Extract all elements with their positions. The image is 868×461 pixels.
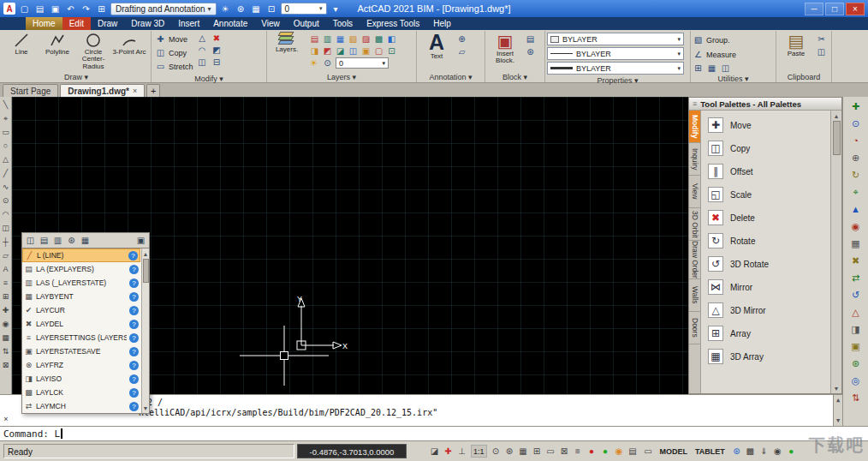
help-icon[interactable]: ? (129, 292, 139, 302)
palette-item-3d-array[interactable]: ▦3D Array (703, 345, 829, 368)
erase-icon[interactable]: ✖ (211, 33, 223, 44)
left-toolbar-icon[interactable]: ◫ (1, 222, 11, 234)
palette-item-3d-mirror[interactable]: △3D Mirror (703, 299, 829, 321)
suggestion-layersettings[interactable]: ≡LAYERSETTINGS (LAYERSTATE)? (22, 331, 140, 344)
app-logo-icon[interactable]: A (3, 3, 15, 15)
palette-item-delete[interactable]: ✖Delete (703, 207, 829, 229)
mirror-icon[interactable]: △ (197, 33, 208, 44)
palette-tab-inquiry[interactable]: Inquiry (689, 143, 700, 176)
popup-toolbar-icon[interactable]: ◫ (25, 235, 36, 246)
annotation-scale-button[interactable]: 1:1 (471, 445, 487, 458)
lock-icon[interactable]: ▩ (744, 445, 757, 458)
undo-icon[interactable]: ↶ (64, 3, 77, 15)
green-dot-icon[interactable]: ● (599, 445, 612, 458)
panel-label-block[interactable]: Block ▾ (487, 72, 543, 82)
linetype-dropdown[interactable]: BYLAYER▾ (547, 47, 684, 60)
panel-label-utilities[interactable]: Utilities ▾ (693, 74, 774, 84)
right-toolbar-icon[interactable]: ↺ (852, 288, 859, 302)
open-file-icon[interactable]: ▤ (33, 3, 46, 15)
grid-toggle-icon[interactable]: ▦ (517, 445, 530, 458)
red-dot-icon[interactable]: ● (586, 445, 598, 458)
palette-item-mirror[interactable]: ⋈Mirror (703, 276, 829, 298)
text-tool-button[interactable]: A Text (419, 32, 455, 72)
palette-tab-3d-orbit[interactable]: 3D Orbit (689, 208, 700, 241)
point-style-icon[interactable]: ◫ (720, 63, 731, 74)
scroll-down-icon[interactable]: ▼ (834, 383, 840, 393)
attributes-icon[interactable]: ⊛ (525, 46, 536, 57)
palette-scrollbar[interactable]: ▲ ▼ (830, 111, 841, 393)
tab-express-tools[interactable]: Express Tools (360, 17, 426, 30)
scroll-up-icon[interactable]: ▲ (834, 111, 840, 121)
command-input[interactable]: Command: L (0, 426, 868, 441)
minimize-button[interactable]: ─ (805, 3, 823, 15)
gear-icon[interactable]: ⊛ (235, 3, 247, 15)
lwt-icon[interactable]: ▭ (544, 445, 557, 458)
close-command-window-icon[interactable]: × (2, 415, 10, 423)
tool-palettes-title-bar[interactable]: ≡ Tool Palettes - All Palettes (689, 98, 841, 111)
palette-tab-walls[interactable]: Walls (689, 279, 700, 312)
layer-tool-icon[interactable]: ◩ (321, 45, 334, 57)
suggestion-layerstatesave[interactable]: ▣LAYERSTATESAVE? (22, 344, 140, 358)
layer-tool-icon[interactable]: ▣ (360, 45, 372, 57)
palette-item-rotate[interactable]: ↻Rotate (703, 230, 829, 252)
panel-label-layers[interactable]: Layers ▾ (269, 72, 414, 82)
right-toolbar-icon[interactable]: ⊙ (852, 117, 859, 130)
help-icon[interactable]: ? (129, 278, 139, 288)
layer-tool-icon[interactable]: ▤ (308, 33, 321, 45)
left-toolbar-icon[interactable]: ✚ (1, 304, 11, 316)
right-toolbar-icon[interactable]: ↻ (852, 168, 859, 182)
palette-item-offset[interactable]: ∥Offset (703, 160, 829, 183)
right-toolbar-icon[interactable]: ⌖ (853, 185, 858, 199)
help-icon[interactable]: ? (129, 320, 139, 329)
suggestion-line[interactable]: ╱L (LINE)? (22, 248, 140, 262)
circle-tool-button[interactable]: Circle Center-Radius (75, 32, 111, 72)
tab-view[interactable]: View (254, 17, 287, 30)
palette-tab-doors[interactable]: Doors (689, 312, 700, 344)
tab-tools[interactable]: Tools (326, 17, 360, 30)
right-toolbar-icon[interactable]: ◎ (852, 374, 860, 387)
palette-tab-modify[interactable]: Modify (689, 111, 700, 143)
layer-tool-icon[interactable]: ◫ (347, 45, 360, 57)
right-toolbar-icon[interactable]: ◉ (852, 219, 860, 233)
gear-icon[interactable]: ⊛ (503, 445, 516, 458)
cut-icon[interactable]: ✂ (816, 33, 827, 45)
layers-button[interactable]: Layers. (269, 32, 305, 72)
ortho-icon[interactable]: ⊥ (455, 445, 468, 458)
left-toolbar-icon[interactable]: ≡ (1, 277, 11, 289)
left-toolbar-icon[interactable]: ⊞ (1, 290, 11, 302)
grid-icon[interactable]: ▦ (250, 3, 263, 15)
left-toolbar-icon[interactable]: ╱ (1, 167, 11, 179)
left-toolbar-icon[interactable]: ⊠ (1, 359, 11, 371)
palette-tab-view[interactable]: View (689, 176, 700, 208)
right-toolbar-icon[interactable]: ◔ (853, 134, 859, 147)
polar-icon[interactable]: ≡ (572, 445, 585, 458)
palette-item-array[interactable]: ⊞Array (703, 322, 829, 344)
suggestion-layfrz[interactable]: ⊗LAYFRZ? (22, 358, 140, 372)
right-toolbar-icon[interactable]: △ (852, 305, 859, 319)
lineweight-dropdown[interactable]: BYLAYER▾ (547, 62, 684, 75)
left-toolbar-icon[interactable]: △ (1, 153, 11, 165)
maximize-button[interactable]: □ (825, 3, 844, 15)
right-toolbar-icon[interactable]: ▦ (851, 236, 859, 250)
paste-button[interactable]: ▤ Paste (778, 32, 814, 72)
right-toolbar-icon[interactable]: ▣ (851, 339, 859, 353)
explode-icon[interactable]: ◩ (211, 45, 223, 56)
right-toolbar-icon[interactable]: ⊕ (852, 151, 859, 165)
insert-block-button[interactable]: ▣ Insert Block. (487, 32, 523, 72)
help-icon[interactable]: ? (129, 347, 139, 356)
layer-tool-icon[interactable]: ▢ (372, 45, 385, 57)
left-toolbar-icon[interactable]: ┼ (1, 236, 11, 248)
move-tool-button[interactable]: ✚Move (155, 33, 193, 45)
popup-toolbar-icon[interactable]: ▥ (52, 235, 63, 246)
copy-tool-button[interactable]: ◫Copy (155, 46, 193, 59)
copy-clip-icon[interactable]: ◫ (816, 46, 827, 57)
popup-toolbar-icon[interactable]: ▣ (135, 235, 146, 246)
coordinates-display[interactable]: -0.4876,-3.7013,0.0000 (297, 444, 407, 458)
tab-help[interactable]: Help (426, 17, 458, 30)
scroll-thumb[interactable] (143, 259, 149, 283)
left-toolbar-icon[interactable]: ∿ (1, 181, 11, 193)
block-editor-icon[interactable]: ▤ (525, 33, 536, 45)
esnap-icon[interactable]: ⊠ (558, 445, 571, 458)
fillet-icon[interactable]: ◠ (197, 45, 208, 56)
panel-label-annotation[interactable]: Annotation ▾ (419, 72, 483, 82)
